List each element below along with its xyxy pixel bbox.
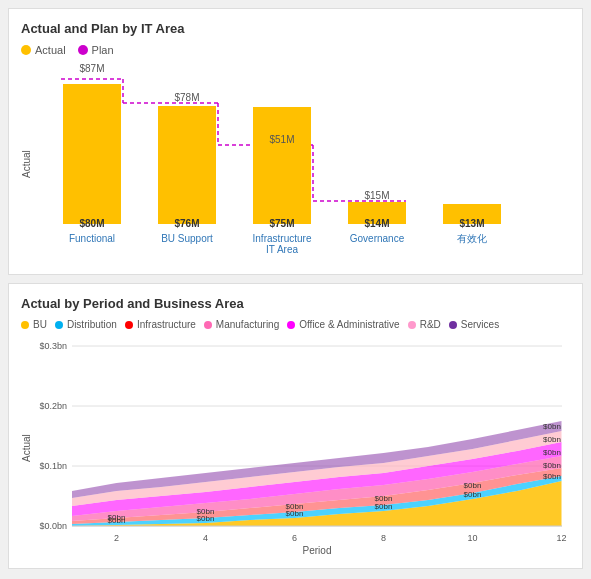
legend-rd: R&D bbox=[408, 319, 441, 330]
y-label-00: $0.0bn bbox=[39, 521, 67, 531]
x-tick-4: 4 bbox=[203, 533, 208, 543]
plan-label-infra: $51M bbox=[269, 134, 294, 145]
label-p10-1: $0bn bbox=[464, 490, 482, 499]
x-tick-12: 12 bbox=[556, 533, 566, 543]
y-label-03: $0.3bn bbox=[39, 341, 67, 351]
x-axis-title: Period bbox=[303, 545, 332, 556]
xlabel-itarea: IT Area bbox=[266, 244, 298, 255]
x-tick-2: 2 bbox=[114, 533, 119, 543]
distribution-dot bbox=[55, 321, 63, 329]
plan-dot bbox=[78, 45, 88, 55]
plan-label-governance: $15M bbox=[364, 190, 389, 201]
bar-governance-value: $14M bbox=[364, 218, 389, 229]
xlabel-busupport: BU Support bbox=[161, 233, 213, 244]
label-p4-2: $0bn bbox=[197, 507, 215, 516]
actual-dot bbox=[21, 45, 31, 55]
distribution-label: Distribution bbox=[67, 319, 117, 330]
bar-functional bbox=[63, 84, 121, 224]
top-legend: Actual Plan bbox=[21, 44, 570, 56]
office-dot bbox=[287, 321, 295, 329]
y-label-01: $0.1bn bbox=[39, 461, 67, 471]
plan-label: Plan bbox=[92, 44, 114, 56]
label-p12-4: $0bn bbox=[543, 435, 561, 444]
label-p2-2: $0bn bbox=[108, 513, 126, 522]
x-tick-6: 6 bbox=[292, 533, 297, 543]
infrastructure-dot bbox=[125, 321, 133, 329]
legend-plan: Plan bbox=[78, 44, 114, 56]
bottom-legend: BU Distribution Infrastructure Manufactu… bbox=[21, 319, 570, 330]
label-p12-3: $0bn bbox=[543, 448, 561, 457]
legend-office: Office & Administrative bbox=[287, 319, 399, 330]
label-p8-1: $0bn bbox=[375, 502, 393, 511]
legend-manufacturing: Manufacturing bbox=[204, 319, 279, 330]
bar-busupport bbox=[158, 106, 216, 224]
x-tick-10: 10 bbox=[467, 533, 477, 543]
y-label-02: $0.2bn bbox=[39, 401, 67, 411]
legend-distribution: Distribution bbox=[55, 319, 117, 330]
area-y-axis-label: Actual bbox=[21, 336, 32, 560]
label-p10-2: $0bn bbox=[464, 481, 482, 490]
plan-label-functional: $87M bbox=[79, 63, 104, 74]
bar-busupport-value: $76M bbox=[174, 218, 199, 229]
actual-label: Actual bbox=[35, 44, 66, 56]
manufacturing-label: Manufacturing bbox=[216, 319, 279, 330]
bar-infra-value: $75M bbox=[269, 218, 294, 229]
legend-services: Services bbox=[449, 319, 499, 330]
bu-label: BU bbox=[33, 319, 47, 330]
bar-infra bbox=[253, 107, 311, 224]
xlabel-infra: Infrastructure bbox=[253, 233, 312, 244]
bottom-panel: Actual by Period and Business Area BU Di… bbox=[8, 283, 583, 569]
legend-actual: Actual bbox=[21, 44, 66, 56]
label-p12-5: $0bn bbox=[543, 422, 561, 431]
label-p12-2: $0bn bbox=[543, 461, 561, 470]
rd-dot bbox=[408, 321, 416, 329]
top-panel: Actual and Plan by IT Area Actual Plan A… bbox=[8, 8, 583, 275]
bu-dot bbox=[21, 321, 29, 329]
y-axis-label: Actual bbox=[21, 62, 32, 266]
xlabel-functional: Functional bbox=[69, 233, 115, 244]
plan-label-busupport: $78M bbox=[174, 92, 199, 103]
xlabel-youxiaohua: 有效化 bbox=[457, 233, 487, 244]
legend-infrastructure: Infrastructure bbox=[125, 319, 196, 330]
services-label: Services bbox=[461, 319, 499, 330]
bar-functional-value: $80M bbox=[79, 218, 104, 229]
label-p6-2: $0bn bbox=[286, 502, 304, 511]
xlabel-governance: Governance bbox=[350, 233, 405, 244]
area-chart-svg: $0.3bn $0.2bn $0.1bn $0.0bn bbox=[34, 336, 570, 556]
label-p12-1: $0bn bbox=[543, 472, 561, 481]
bottom-panel-title: Actual by Period and Business Area bbox=[21, 296, 570, 311]
office-label: Office & Administrative bbox=[299, 319, 399, 330]
services-dot bbox=[449, 321, 457, 329]
rd-label: R&D bbox=[420, 319, 441, 330]
top-panel-title: Actual and Plan by IT Area bbox=[21, 21, 570, 36]
infrastructure-label: Infrastructure bbox=[137, 319, 196, 330]
bar-chart-svg: $80M $87M $76M $78M $7 bbox=[36, 62, 570, 262]
bar-youxiaohua-value: $13M bbox=[459, 218, 484, 229]
x-tick-8: 8 bbox=[381, 533, 386, 543]
manufacturing-dot bbox=[204, 321, 212, 329]
label-p8-2: $0bn bbox=[375, 494, 393, 503]
legend-bu: BU bbox=[21, 319, 47, 330]
